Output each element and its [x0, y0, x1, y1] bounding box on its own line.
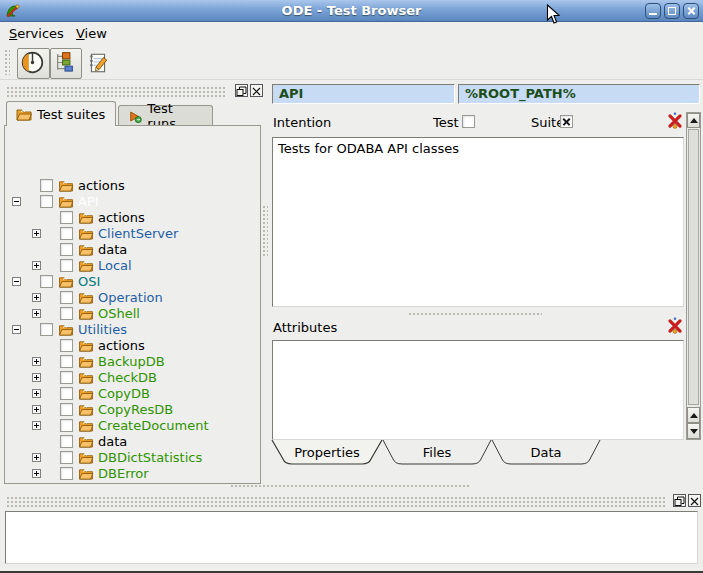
folder-icon	[78, 212, 94, 227]
svg-text:Data: Data	[530, 445, 561, 460]
tree-view-icon	[51, 49, 79, 76]
expand-icon[interactable]	[32, 357, 41, 366]
intention-textarea[interactable]: Tests for ODABA API classes	[272, 137, 684, 307]
close-icon	[689, 496, 700, 507]
mouse-cursor	[546, 4, 561, 29]
close-button[interactable]	[683, 3, 699, 19]
item-checkbox[interactable]	[60, 371, 73, 384]
item-checkbox[interactable]	[40, 323, 53, 336]
expand-icon[interactable]	[32, 453, 41, 462]
item-checkbox[interactable]	[60, 243, 73, 256]
item-checkbox[interactable]	[60, 211, 73, 224]
clear-red-x-icon	[666, 112, 684, 130]
item-checkbox[interactable]	[40, 275, 53, 288]
folder-icon	[58, 324, 74, 339]
attributes-label: Attributes	[273, 318, 337, 338]
folder-icon	[78, 308, 94, 323]
vertical-splitter-handle[interactable]	[262, 205, 268, 257]
item-checkbox[interactable]	[60, 227, 73, 240]
test-checkbox[interactable]	[462, 115, 475, 128]
bottom-dock-content[interactable]	[5, 511, 698, 564]
item-checkbox[interactable]	[60, 307, 73, 320]
bottom-splitter-handle[interactable]	[230, 484, 470, 489]
menu-bar: Services View	[0, 22, 703, 45]
maximize-icon	[668, 7, 676, 15]
browse-mode-button[interactable]	[17, 48, 50, 79]
item-checkbox[interactable]	[60, 291, 73, 304]
item-checkbox[interactable]	[60, 259, 73, 272]
minimize-button[interactable]	[645, 3, 661, 19]
tab-label: Test suites	[37, 107, 105, 122]
toolbar-drag-handle[interactable]	[4, 49, 10, 75]
tab-test-suites[interactable]: Test suites	[6, 101, 116, 126]
arrow-up-icon	[690, 118, 698, 123]
attributes-textarea[interactable]	[272, 340, 684, 440]
bottom-dock-close-button[interactable]	[688, 494, 701, 507]
tree-view-button[interactable]	[50, 48, 82, 79]
collapse-icon[interactable]	[12, 325, 21, 334]
collapse-icon[interactable]	[12, 277, 21, 286]
test-label: Test	[433, 113, 459, 133]
clear-intention-button[interactable]	[666, 112, 684, 130]
item-checkbox[interactable]	[40, 195, 53, 208]
item-checkbox[interactable]	[40, 179, 53, 192]
expand-icon[interactable]	[32, 405, 41, 414]
item-checkbox[interactable]	[60, 467, 73, 480]
horizontal-splitter-handle[interactable]	[408, 312, 542, 317]
title-bar[interactable]: ODE - Test Browser	[0, 0, 703, 22]
bottom-tab-data[interactable]: Data	[490, 440, 602, 466]
edit-notes-button[interactable]	[86, 51, 110, 75]
folder-icon	[78, 372, 94, 387]
item-checkbox[interactable]	[60, 435, 73, 448]
bottom-dock-float-button[interactable]	[673, 494, 686, 507]
intention-label: Intention	[273, 113, 331, 133]
item-checkbox[interactable]	[60, 387, 73, 400]
item-checkbox[interactable]	[60, 403, 73, 416]
float-icon	[236, 86, 247, 97]
tree-item-label: OShell	[98, 306, 140, 322]
folder-icon	[58, 276, 74, 291]
expand-icon[interactable]	[32, 293, 41, 302]
tab-test-runs[interactable]: Test runs	[118, 105, 213, 126]
right-panel-scrollbar[interactable]	[686, 112, 701, 440]
expand-icon[interactable]	[32, 421, 41, 430]
bottom-dock-handle[interactable]	[6, 496, 666, 507]
folder-icon	[78, 260, 94, 275]
tree-item-label: actions	[78, 178, 125, 194]
edit-notes-icon	[86, 51, 110, 75]
root-path-field[interactable]: %ROOT_PATH%	[458, 84, 700, 104]
expand-icon[interactable]	[32, 229, 41, 238]
bottom-tab-files[interactable]: Files	[381, 440, 493, 466]
app-window: ODE - Test Browser Services View	[0, 0, 703, 573]
item-checkbox[interactable]	[60, 419, 73, 432]
expand-icon[interactable]	[32, 373, 41, 382]
scroll-down-button[interactable]	[687, 423, 700, 439]
item-checkbox[interactable]	[60, 451, 73, 464]
item-checkbox[interactable]	[60, 339, 73, 352]
collapse-icon[interactable]	[12, 197, 21, 206]
bottom-tab-properties[interactable]: Properties	[270, 440, 384, 466]
clear-red-x-icon	[666, 317, 684, 335]
expand-icon[interactable]	[32, 389, 41, 398]
expand-icon[interactable]	[32, 309, 41, 318]
suite-checkbox[interactable]	[560, 115, 573, 128]
left-dock-close-button[interactable]	[250, 84, 263, 97]
suite-name-field[interactable]: API	[272, 84, 455, 104]
expand-icon[interactable]	[32, 261, 41, 270]
tree-item-label: data	[98, 242, 127, 258]
expand-icon[interactable]	[32, 469, 41, 478]
arrow-up-icon	[690, 413, 698, 418]
scrollbar-thumb[interactable]	[688, 129, 699, 405]
scroll-up-button-2[interactable]	[687, 407, 700, 423]
maximize-button[interactable]	[664, 3, 680, 19]
folder-icon	[78, 404, 94, 419]
left-dock-float-button[interactable]	[235, 84, 248, 97]
menu-services[interactable]: Services	[3, 22, 70, 45]
scroll-up-button[interactable]	[687, 113, 700, 128]
item-checkbox[interactable]	[60, 355, 73, 368]
folder-icon	[78, 452, 94, 467]
tree-item-label: actions	[98, 338, 145, 354]
clear-attributes-button[interactable]	[666, 317, 684, 335]
menu-view[interactable]: View	[70, 22, 113, 45]
left-dock-handle[interactable]	[6, 86, 226, 98]
